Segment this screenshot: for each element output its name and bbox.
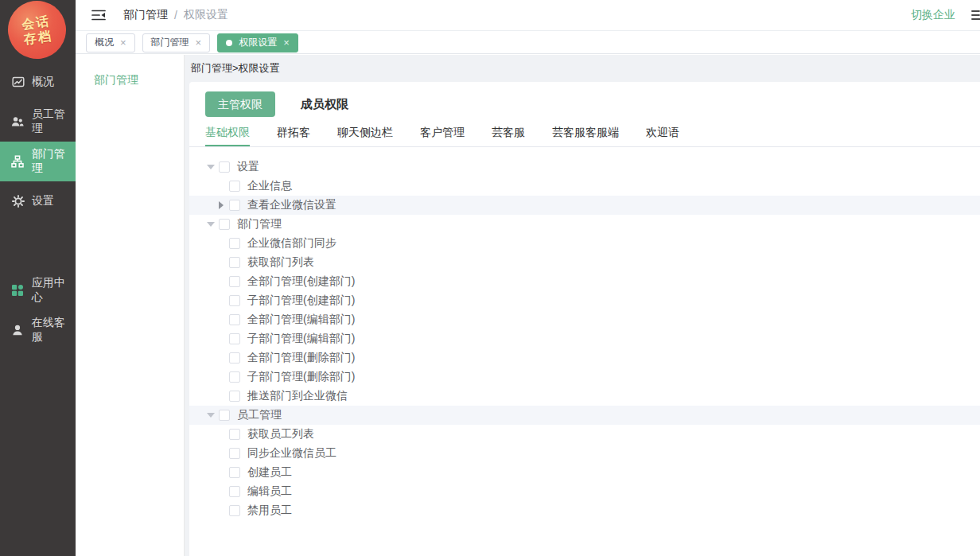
tree-row[interactable]: 同步企业微信员工 [189, 444, 980, 463]
tree-node-label[interactable]: 推送部门到企业微信 [247, 389, 348, 403]
primary-nav: 概况员工管理部门管理设置应用中心在线客服 [0, 62, 76, 350]
caret-down-icon[interactable] [203, 161, 219, 173]
breadcrumb-item-department[interactable]: 部门管理 [123, 8, 168, 22]
caret-placeholder [213, 238, 229, 249]
tree-checkbox[interactable] [229, 505, 240, 516]
sidebar-item-gear[interactable]: 设置 [0, 181, 76, 221]
tree-row[interactable]: 企业微信部门同步 [189, 234, 980, 253]
tree-row[interactable]: 部门管理 [189, 215, 980, 234]
tree-checkbox[interactable] [229, 352, 240, 364]
tree-checkbox[interactable] [229, 314, 240, 325]
tree-checkbox[interactable] [229, 448, 240, 459]
tree-node-label[interactable]: 编辑员工 [247, 484, 292, 499]
caret-placeholder [213, 276, 229, 287]
breadcrumb: 部门管理 / 权限设置 [123, 8, 228, 22]
perm-tab-6[interactable]: 芸客服客服端 [552, 126, 619, 146]
sidebar-item-service[interactable]: 在线客服 [0, 310, 76, 350]
sidebar-item-chart[interactable]: 概况 [0, 62, 76, 102]
menu-fold-icon[interactable] [91, 10, 106, 21]
tree-row[interactable]: 全部门管理(创建部门) [189, 272, 980, 291]
clipped-menu-icon[interactable] [971, 8, 980, 22]
caret-placeholder [213, 467, 229, 478]
caret-down-icon[interactable] [203, 219, 219, 230]
close-tab-icon[interactable]: × [120, 37, 126, 48]
tree-checkbox[interactable] [229, 200, 240, 211]
open-tab-2[interactable]: 部门管理× [142, 33, 211, 52]
perm-tab-3[interactable]: 聊天侧边栏 [337, 126, 393, 146]
tree-node-label[interactable]: 获取员工列表 [247, 427, 314, 441]
caret-placeholder [213, 257, 229, 268]
tree-checkbox[interactable] [219, 219, 230, 230]
tree-row[interactable]: 子部门管理(创建部门) [189, 291, 980, 310]
tree-row[interactable]: 获取部门列表 [189, 253, 980, 272]
perm-tab-2[interactable]: 群拓客 [277, 126, 310, 146]
tree-node-label[interactable]: 子部门管理(编辑部门) [247, 332, 355, 346]
perm-tab-4[interactable]: 客户管理 [420, 126, 465, 146]
perm-tab-7[interactable]: 欢迎语 [646, 126, 679, 146]
tree-row[interactable]: 推送部门到企业微信 [189, 387, 980, 406]
open-tab-1[interactable]: 概况× [86, 33, 135, 52]
tree-row[interactable]: 子部门管理(删除部门) [189, 367, 980, 387]
submenu-item-department[interactable]: 部门管理 [76, 55, 184, 87]
caret-down-icon[interactable] [203, 410, 219, 421]
perm-tab-5[interactable]: 芸客服 [492, 126, 525, 146]
switch-company-link[interactable]: 切换企业 [911, 8, 955, 22]
tree-checkbox[interactable] [219, 410, 230, 421]
sidebar-item-users[interactable]: 员工管理 [0, 102, 76, 142]
tree-row[interactable]: 查看企业微信设置 [189, 196, 980, 215]
app-logo[interactable]: 会话 存档 [4, 0, 69, 63]
tree-node-label[interactable]: 全部门管理(删除部门) [247, 351, 355, 365]
tree-checkbox[interactable] [219, 161, 230, 173]
tree-node-label[interactable]: 获取部门列表 [247, 255, 314, 270]
tree-row[interactable]: 编辑员工 [189, 482, 980, 501]
tree-node-label[interactable]: 查看企业微信设置 [247, 198, 336, 212]
tree-node-label[interactable]: 企业信息 [247, 179, 292, 193]
tree-node-label[interactable]: 禁用员工 [247, 504, 292, 518]
tree-row[interactable]: 全部门管理(编辑部门) [189, 310, 980, 329]
primary-sidebar: 会话 存档 概况员工管理部门管理设置应用中心在线客服 [0, 0, 76, 556]
tree-checkbox[interactable] [229, 371, 240, 383]
close-tab-icon[interactable]: × [196, 37, 202, 48]
tree-node-label[interactable]: 同步企业微信员工 [247, 446, 336, 461]
caret-placeholder [213, 295, 229, 306]
tree-row[interactable]: 获取员工列表 [189, 425, 980, 444]
tree-row[interactable]: 企业信息 [189, 177, 980, 196]
tree-checkbox[interactable] [229, 391, 240, 402]
tree-node-label[interactable]: 全部门管理(编辑部门) [247, 313, 355, 327]
tree-row[interactable]: 禁用员工 [189, 501, 980, 520]
perm-tab-1[interactable]: 基础权限 [205, 126, 250, 146]
tree-row[interactable]: 设置 [189, 157, 980, 177]
tree-checkbox[interactable] [229, 429, 240, 440]
tree-node-label[interactable]: 子部门管理(创建部门) [247, 294, 355, 308]
tree-node-label[interactable]: 子部门管理(删除部门) [247, 370, 355, 384]
role-button-member[interactable]: 成员权限 [301, 97, 348, 112]
open-tab-3[interactable]: 权限设置× [217, 33, 298, 52]
tree-row[interactable]: 全部门管理(删除部门) [189, 348, 980, 367]
caret-placeholder [213, 181, 229, 192]
tree-row[interactable]: 员工管理 [189, 406, 980, 425]
users-icon [11, 115, 25, 129]
tree-checkbox[interactable] [229, 295, 240, 306]
tree-node-label[interactable]: 设置 [237, 160, 259, 174]
tree-checkbox[interactable] [229, 467, 240, 478]
tree-node-label[interactable]: 全部门管理(创建部门) [247, 274, 355, 289]
sidebar-item-org[interactable]: 部门管理 [0, 142, 76, 181]
tree-checkbox[interactable] [229, 276, 240, 287]
tree-checkbox[interactable] [229, 181, 240, 192]
tree-node-label[interactable]: 部门管理 [237, 217, 282, 231]
tree-row[interactable]: 子部门管理(编辑部门) [189, 329, 980, 348]
tree-checkbox[interactable] [229, 486, 240, 497]
tree-checkbox[interactable] [229, 257, 240, 268]
tree-node-label[interactable]: 员工管理 [237, 408, 282, 422]
tree-checkbox[interactable] [229, 238, 240, 249]
tree-row[interactable]: 创建员工 [189, 463, 980, 482]
caret-right-icon[interactable] [213, 200, 229, 211]
role-button-supervisor[interactable]: 主管权限 [205, 91, 275, 117]
apps-icon [11, 284, 25, 297]
tree-checkbox[interactable] [229, 333, 240, 344]
sidebar-item-label: 概况 [32, 75, 54, 89]
close-tab-icon[interactable]: × [283, 37, 290, 48]
tree-node-label[interactable]: 企业微信部门同步 [247, 236, 336, 251]
sidebar-item-apps[interactable]: 应用中心 [0, 270, 76, 310]
tree-node-label[interactable]: 创建员工 [247, 465, 292, 480]
